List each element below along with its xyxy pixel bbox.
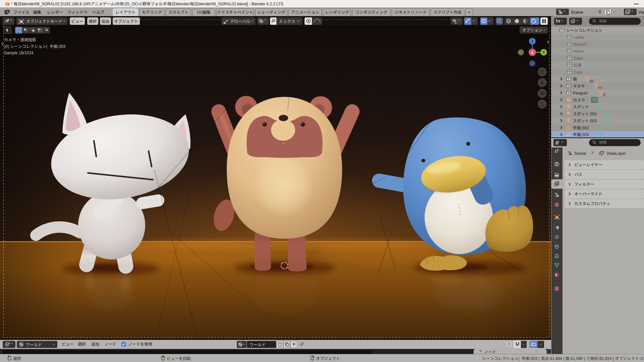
svg-text:caffee: caffee [574, 35, 585, 40]
svg-text:X: X [531, 51, 533, 55]
svg-text::81,924 |: :81,924 | [598, 356, 614, 361]
svg-text:.002: .002 [581, 126, 589, 130]
svg-text:Sample 16/1024: Sample 16/1024 [4, 51, 34, 55]
svg-text:(0): (0) [4, 44, 9, 49]
svg-text:.003: .003 [58, 44, 66, 49]
svg-text::41,484 |: :41,484 | [549, 356, 565, 361]
svg-text:Cake: Cake [574, 56, 583, 61]
svg-text:UV: UV [197, 10, 203, 15]
svg-text:|: | [46, 44, 47, 49]
svg-text::41,090 |: :41,090 | [570, 356, 585, 361]
svg-text:.002: .002 [589, 119, 597, 123]
svg-text::1/16: :1/16 [639, 356, 644, 361]
svg-text:blender\: blender\ [176, 2, 191, 6]
svg-text:blender06_SORAL02.blend] - Ble: blender06_SORAL02.blend] - Blender 4.2.2… [198, 2, 283, 6]
svg-text:.001: .001 [589, 112, 597, 116]
svg-text:Y: Y [543, 51, 545, 54]
svg-text:\: \ [115, 2, 116, 6]
svg-text:\25_OC\: \25_OC\ [124, 2, 139, 6]
svg-text:Cafe: Cafe [574, 70, 582, 75]
svg-text:NotePC: NotePC [574, 42, 588, 47]
svg-text:Z: Z [531, 40, 533, 43]
svg-text:blender06_SORAL02 [\\192.168.8: blender06_SORAL02 [\\192.168.8.100\ [22, 2, 91, 6]
svg-text:.003 |: .003 | [530, 356, 540, 361]
svg-text:|: | [518, 356, 519, 361]
svg-text:menu: menu [574, 49, 584, 54]
svg-text:.003: .003 [581, 132, 589, 137]
svg-text:\: \ [167, 2, 168, 6]
svg-text:*: * [11, 2, 13, 6]
svg-text:Penguin: Penguin [573, 91, 588, 96]
